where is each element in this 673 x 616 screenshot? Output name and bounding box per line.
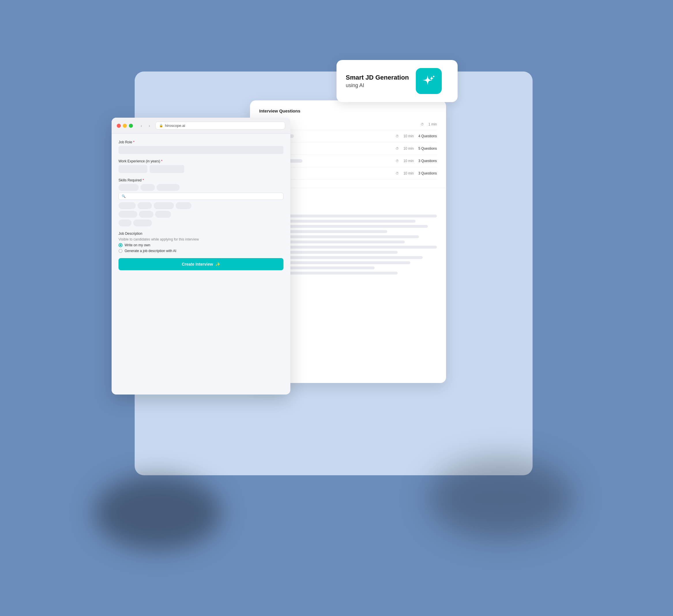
skills-options-row1 xyxy=(119,202,283,209)
search-icon: 🔍 xyxy=(122,194,126,198)
skill-option-3[interactable] xyxy=(154,202,174,209)
skill-option-8[interactable] xyxy=(119,219,132,226)
job-role-label: Job Role * xyxy=(119,140,283,144)
skills-options-row2 xyxy=(119,211,283,218)
question-count-4: 3 Questions xyxy=(418,171,437,175)
shadow-blob-left xyxy=(94,475,221,550)
forward-arrow[interactable]: › xyxy=(146,123,153,129)
skill-option-1[interactable] xyxy=(119,202,136,209)
skill-option-7[interactable] xyxy=(155,211,171,218)
shadow-blob-right xyxy=(429,458,573,539)
skill-option-5[interactable] xyxy=(119,211,137,218)
skill-tag-2[interactable] xyxy=(141,184,155,191)
skill-option-9[interactable] xyxy=(133,219,152,226)
clock-icon-3: ⏱ xyxy=(396,159,399,163)
traffic-lights xyxy=(117,124,133,128)
job-role-input[interactable] xyxy=(119,146,283,154)
job-role-required: * xyxy=(133,140,135,144)
lock-icon: 🔒 xyxy=(159,124,163,128)
skills-search-box[interactable]: 🔍 xyxy=(119,193,283,200)
traffic-light-yellow[interactable] xyxy=(123,124,127,128)
clock-icon-1: ⏱ xyxy=(396,135,399,138)
selected-skills-row xyxy=(119,184,283,191)
intro-meta: ⏱ 1 min xyxy=(421,122,437,126)
create-interview-button[interactable]: Create Interview ✨ xyxy=(119,258,283,270)
back-arrow[interactable]: ‹ xyxy=(138,123,145,129)
address-bar[interactable]: 🔒 hiroscope.ai xyxy=(156,122,285,130)
clock-icon-2: ⏱ xyxy=(396,147,399,150)
jd-label: Job Description xyxy=(119,232,283,236)
skills-required-field: Skills Required * 🔍 xyxy=(119,178,283,226)
jd-sublabel: Visible to candidates while applying for… xyxy=(119,237,283,241)
skill-option-6[interactable] xyxy=(139,211,154,218)
clock-icon-intro: ⏱ xyxy=(421,123,424,126)
radio-label-own: Write on my own xyxy=(125,243,150,247)
radio-generate-ai[interactable]: Generate a job description with AI xyxy=(119,249,283,253)
skills-required-star: * xyxy=(143,178,144,182)
traffic-light-red[interactable] xyxy=(117,124,121,128)
smart-jd-subtitle: using AI xyxy=(346,82,409,88)
job-description-field: Job Description Visible to candidates wh… xyxy=(119,232,283,253)
question-time-4: 10 min xyxy=(403,171,414,175)
browser-content: Job Role * Work Experience (in years) * xyxy=(111,134,290,276)
question-meta-1: ⏱ 10 min 4 Questions xyxy=(396,134,437,138)
skill-tag-1[interactable] xyxy=(119,184,139,191)
intro-time: 1 min xyxy=(429,122,437,126)
radio-circle-ai[interactable] xyxy=(119,249,123,253)
svg-point-0 xyxy=(433,76,434,77)
skills-options-row3 xyxy=(119,219,283,226)
question-time-1: 10 min xyxy=(403,134,414,138)
question-count-1: 4 Questions xyxy=(418,134,437,138)
question-count-2: 5 Questions xyxy=(418,147,437,151)
url-text: hiroscope.ai xyxy=(165,124,185,128)
nav-arrows: ‹ › xyxy=(138,123,153,129)
radio-label-ai: Generate a job description with AI xyxy=(125,249,176,253)
question-meta-2: ⏱ 10 min 5 Questions xyxy=(396,147,437,151)
smart-jd-card: Smart JD Generation using AI xyxy=(336,60,458,102)
radio-write-own[interactable]: Write on my own xyxy=(119,243,283,247)
work-exp-min[interactable] xyxy=(119,165,147,173)
question-count-3: 3 Questions xyxy=(418,159,437,163)
create-button-icon: ✨ xyxy=(215,262,220,266)
skills-label: Skills Required * xyxy=(119,178,283,182)
smart-jd-title: Smart JD Generation xyxy=(346,74,409,81)
question-meta-3: ⏱ 10 min 3 Questions xyxy=(396,159,437,163)
browser-titlebar: ‹ › 🔒 hiroscope.ai xyxy=(111,118,290,134)
interview-questions-title: Interview Questions xyxy=(259,109,437,113)
work-exp-max[interactable] xyxy=(150,165,184,173)
job-role-field: Job Role * xyxy=(119,140,283,154)
skill-option-2[interactable] xyxy=(138,202,152,209)
radio-circle-own[interactable] xyxy=(119,243,123,247)
sparkle-icon xyxy=(421,73,436,88)
work-experience-required: * xyxy=(161,159,163,163)
ai-icon-box xyxy=(416,68,442,94)
traffic-light-green[interactable] xyxy=(129,124,133,128)
browser-window: ‹ › 🔒 hiroscope.ai Job Role * Work Exper xyxy=(111,118,290,395)
question-meta-4: ⏱ 10 min 3 Questions xyxy=(396,171,437,175)
work-experience-field: Work Experience (in years) * xyxy=(119,159,283,173)
skill-tag-3[interactable] xyxy=(157,184,180,191)
question-time-2: 10 min xyxy=(403,147,414,151)
create-button-label: Create Interview xyxy=(182,262,213,266)
radio-group: Write on my own Generate a job descripti… xyxy=(119,243,283,253)
skill-option-4[interactable] xyxy=(176,202,192,209)
question-time-3: 10 min xyxy=(403,159,414,163)
work-experience-inputs xyxy=(119,165,283,173)
smart-jd-text: Smart JD Generation using AI xyxy=(346,74,409,88)
work-experience-label: Work Experience (in years) * xyxy=(119,159,283,163)
clock-icon-4: ⏱ xyxy=(396,172,399,175)
